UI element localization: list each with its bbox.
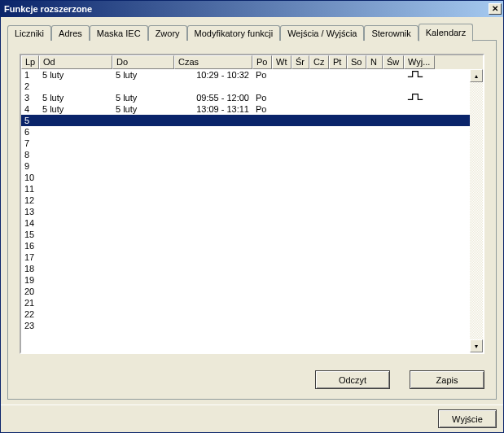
cell (272, 274, 291, 286)
read-button[interactable]: Odczyt (315, 370, 390, 389)
table-row[interactable]: 23 (21, 320, 483, 331)
table-row[interactable]: 5 (21, 115, 483, 126)
column-header[interactable]: Św (383, 55, 404, 69)
column-header[interactable]: Po (252, 55, 272, 69)
column-header[interactable]: Lp (21, 55, 39, 69)
cell (309, 149, 329, 160)
column-header[interactable]: Pt (329, 55, 347, 69)
table-row[interactable]: 17 (21, 251, 483, 263)
cell (174, 320, 252, 331)
cell (272, 172, 291, 183)
table-row[interactable]: 35 luty5 luty09:55 - 12:00Po (21, 92, 483, 103)
cell (252, 251, 272, 263)
scroll-track[interactable] (470, 82, 483, 339)
cell (291, 229, 309, 240)
tab-maska-iec[interactable]: Maska IEC (90, 25, 148, 41)
close-icon[interactable]: ✕ (489, 3, 502, 15)
cell (383, 286, 404, 297)
titlebar[interactable]: Funkcje rozszerzone ✕ (1, 1, 503, 17)
cell: 22 (21, 308, 39, 320)
cell: 1 (21, 69, 39, 81)
table-row[interactable]: 7 (21, 138, 483, 149)
tab-wej-cia-wyj-cia[interactable]: Wejścia / Wyjścia (280, 25, 364, 41)
column-header[interactable]: Od (39, 55, 112, 69)
cell (112, 160, 174, 172)
tab-kalendarz[interactable]: Kalendarz (419, 24, 474, 42)
column-header[interactable]: Wt (272, 55, 291, 69)
table-row[interactable]: 9 (21, 160, 483, 172)
cell (347, 92, 366, 103)
cell (404, 115, 435, 126)
column-header[interactable]: N (366, 55, 383, 69)
table-row[interactable]: 2 (21, 81, 483, 92)
cell (112, 138, 174, 149)
table-row[interactable]: 12 (21, 195, 483, 206)
table-row[interactable]: 10 (21, 172, 483, 183)
cell (309, 320, 329, 331)
exit-button[interactable]: Wyjście (438, 409, 497, 428)
table-row[interactable]: 6 (21, 126, 483, 138)
tab-adres[interactable]: Adres (51, 25, 90, 41)
tab-zwory[interactable]: Zwory (148, 25, 187, 41)
cell (39, 115, 112, 126)
schedule-listview[interactable]: LpOdDoCzasPoWtŚrCzPtSoNŚwWyj... 15 luty5… (20, 54, 484, 354)
cell (309, 217, 329, 229)
cell (366, 172, 383, 183)
vertical-scrollbar[interactable]: ▴ ▾ (470, 69, 483, 352)
cell (329, 263, 347, 274)
cell (272, 308, 291, 320)
column-header[interactable]: Cz (309, 55, 329, 69)
cell (404, 69, 435, 81)
cell (252, 138, 272, 149)
cell: 8 (21, 149, 39, 160)
cell (347, 103, 366, 115)
table-row[interactable]: 21 (21, 297, 483, 308)
cell (347, 115, 366, 126)
table-row[interactable]: 13 (21, 206, 483, 217)
cell (252, 183, 272, 195)
scroll-up-icon[interactable]: ▴ (470, 69, 483, 82)
table-row[interactable]: 20 (21, 286, 483, 297)
cell: 9 (21, 160, 39, 172)
cell (174, 308, 252, 320)
table-row[interactable]: 11 (21, 183, 483, 195)
cell (383, 274, 404, 286)
cell (347, 206, 366, 217)
table-row[interactable]: 18 (21, 263, 483, 274)
write-button[interactable]: Zapis (410, 370, 484, 389)
table-row[interactable]: 22 (21, 308, 483, 320)
column-header[interactable]: Śr (291, 55, 309, 69)
cell (39, 138, 112, 149)
scroll-down-icon[interactable]: ▾ (470, 339, 483, 352)
column-header[interactable]: Wyj... (404, 55, 435, 69)
table-row[interactable]: 15 luty5 luty10:29 - 10:32Po (21, 69, 483, 81)
table-row[interactable]: 15 (21, 229, 483, 240)
cell (366, 217, 383, 229)
cell (112, 297, 174, 308)
cell (366, 286, 383, 297)
cell (174, 251, 252, 263)
cell (366, 115, 383, 126)
tab-liczniki[interactable]: Liczniki (7, 25, 51, 41)
cell (383, 138, 404, 149)
table-row[interactable]: 8 (21, 149, 483, 160)
cell (272, 149, 291, 160)
cell (252, 229, 272, 240)
cell: 3 (21, 92, 39, 103)
table-row[interactable]: 16 (21, 240, 483, 251)
table-row[interactable]: 19 (21, 274, 483, 286)
cell (347, 149, 366, 160)
cell: 16 (21, 240, 39, 251)
cell (291, 172, 309, 183)
cell (272, 263, 291, 274)
tab-modyfikatory-funkcji[interactable]: Modyfikatory funkcji (187, 25, 281, 41)
column-header[interactable]: Do (112, 55, 174, 69)
column-header[interactable]: So (347, 55, 366, 69)
cell (272, 206, 291, 217)
table-row[interactable]: 45 luty5 luty13:09 - 13:11Po (21, 103, 483, 115)
column-header[interactable]: Czas (174, 55, 252, 69)
table-row[interactable]: 14 (21, 217, 483, 229)
cell (291, 274, 309, 286)
cell (309, 81, 329, 92)
tab-sterownik[interactable]: Sterownik (364, 25, 418, 41)
